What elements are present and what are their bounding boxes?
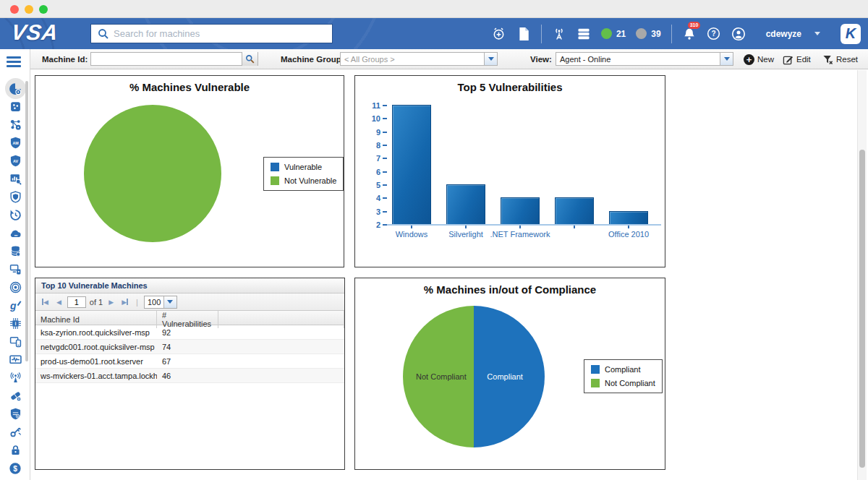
y-tick-label: 4 <box>365 194 380 202</box>
sidebar-item-discovery[interactable] <box>7 80 25 98</box>
document-icon[interactable] <box>516 27 531 41</box>
machine-group-dropdown[interactable]: < All Groups > <box>340 52 498 66</box>
bar-unlabeled[interactable] <box>555 197 594 224</box>
dropdown-button[interactable] <box>720 53 733 65</box>
compliance-pie-chart[interactable]: CompliantNot Compliant <box>403 306 545 447</box>
window-minimize-button[interactable] <box>25 5 33 14</box>
agents-online-status[interactable]: 21 <box>601 28 626 39</box>
machine-id-input[interactable] <box>91 53 242 65</box>
sidebar-item-data-backup[interactable] <box>7 242 25 260</box>
sidebar-item-security-lock[interactable] <box>7 441 25 459</box>
cell-machine-id: netvgdc001.root.quicksilver-msp <box>35 340 157 353</box>
table-pagination: ◀ ◀ of 1 ▶ ▶ | 100 <box>35 293 344 311</box>
bar-.NET Framework[interactable] <box>501 197 540 224</box>
page-number-input[interactable] <box>67 296 86 308</box>
sidebar-item-audit[interactable] <box>7 170 25 188</box>
menu-hamburger-icon[interactable] <box>7 56 21 69</box>
lock-icon <box>9 444 22 456</box>
reset-view-button[interactable]: Reset <box>822 49 858 69</box>
sidebar-item-monitoring[interactable] <box>7 351 25 369</box>
agents-offline-status[interactable]: 39 <box>636 28 660 39</box>
sidebar-item-anti-malware[interactable]: AM <box>7 134 25 152</box>
dropdown-button[interactable] <box>163 296 176 308</box>
history-restore-icon <box>9 209 22 221</box>
dropdown-button[interactable] <box>484 53 497 65</box>
sidebar-item-automation[interactable] <box>7 116 25 134</box>
chevron-down-icon <box>724 57 730 61</box>
kaseya-logo[interactable]: K <box>841 24 861 44</box>
machine-search-box[interactable] <box>90 24 333 43</box>
x-tick-mark <box>465 226 467 228</box>
sidebar-item-endpoint-security[interactable] <box>7 188 25 206</box>
svg-text:$: $ <box>13 464 17 472</box>
help-button[interactable]: ? <box>707 27 721 41</box>
machine-list-icon[interactable] <box>576 27 591 41</box>
filter-toolbar: Machine Id: Machine Group: < All Groups … <box>30 49 868 69</box>
bell-icon <box>683 27 696 40</box>
sidebar-item-compliance-radar[interactable] <box>7 278 25 296</box>
window-close-button[interactable] <box>10 5 19 14</box>
window-zoom-button[interactable] <box>39 5 48 14</box>
machine-id-search-button[interactable] <box>242 52 258 66</box>
sidebar-item-backup[interactable] <box>7 206 25 224</box>
edit-view-button[interactable]: Edit <box>783 49 811 69</box>
bar-Office 2010[interactable] <box>609 211 648 224</box>
sidebar-item-service-billing[interactable]: $ <box>7 459 25 477</box>
sidebar-item-password-key[interactable] <box>7 423 25 441</box>
page-size-select[interactable]: 100 <box>144 296 177 309</box>
username[interactable]: cdewyze <box>766 29 801 39</box>
user-menu-chevron-icon[interactable] <box>814 32 820 35</box>
x-tick-mark <box>411 226 412 228</box>
y-tick-mark <box>383 132 387 133</box>
online-count: 21 <box>616 29 626 39</box>
table-title: Top 10 Vulnerable Machines <box>35 278 344 293</box>
question-icon: ? <box>707 27 720 40</box>
x-axis-line <box>385 224 661 226</box>
prev-page-button[interactable]: ◀ <box>54 298 64 307</box>
sidebar-item-policy-management[interactable] <box>7 405 25 423</box>
person-icon <box>731 27 746 41</box>
table-row[interactable]: ksa-zyrion.root.quicksilver-msp92 <box>35 325 344 340</box>
shield-am-icon: AM <box>9 137 22 149</box>
bar-Windows[interactable] <box>392 105 431 224</box>
y-tick-label: 8 <box>365 141 380 150</box>
broadcast-status-icon[interactable] <box>552 27 566 41</box>
sidebar-item-asset-info[interactable]: i <box>7 314 25 333</box>
y-tick-label: 2 <box>365 220 380 229</box>
schedule-icon[interactable] <box>492 27 506 41</box>
pill-gear-icon <box>9 390 22 402</box>
sidebar-item-mobile-devices[interactable] <box>7 333 25 351</box>
sidebar-item-anti-virus[interactable]: AV <box>7 152 25 170</box>
sidebar-item-patch-management[interactable] <box>7 387 25 405</box>
sidebar-item-agent-modules[interactable] <box>7 98 25 116</box>
table-row[interactable]: ws-mvickers-01.acct.tampa.lockheed-m46 <box>35 369 344 383</box>
table-row[interactable]: netvgdc001.root.quicksilver-msp74 <box>35 340 344 354</box>
pie-slice-label: Not Compliant <box>416 372 467 381</box>
page-scrollbar[interactable] <box>857 70 867 480</box>
next-page-button[interactable]: ▶ <box>106 298 116 307</box>
sidebar-item-g-edit[interactable]: g <box>7 296 25 314</box>
sidebar-scrollbar[interactable] <box>25 81 28 361</box>
sidebar-item-network-monitor[interactable] <box>7 369 25 387</box>
first-page-button[interactable]: ◀ <box>40 298 51 307</box>
online-dot-icon <box>601 28 612 39</box>
table-row[interactable]: prod-us-demo01.root.kserver67 <box>35 354 344 369</box>
user-account-button[interactable] <box>731 27 746 41</box>
machine-id-field[interactable] <box>90 52 258 66</box>
last-page-button[interactable]: ▶ <box>119 298 130 307</box>
divider <box>671 25 672 43</box>
vulnerable-pie-chart[interactable] <box>84 105 221 242</box>
sidebar-item-desktop-management[interactable] <box>7 260 25 278</box>
search-input[interactable] <box>114 28 332 39</box>
notifications-button[interactable]: 310 <box>682 27 697 41</box>
page-scrollbar-thumb[interactable] <box>859 150 865 468</box>
top5-bar-chart[interactable]: 234567891011WindowsSilverlight.NET Frame… <box>388 106 655 225</box>
sidebar-item-cloud-backup[interactable] <box>7 224 25 242</box>
alarm-clock-icon <box>492 27 506 40</box>
view-dropdown[interactable]: Agent - Online <box>556 52 733 66</box>
bar-Silverlight[interactable] <box>446 184 485 224</box>
shield-gear-icon <box>9 408 22 420</box>
y-tick-label: 3 <box>365 207 380 216</box>
new-view-button[interactable]: + New <box>744 49 774 69</box>
laptop-phone-icon <box>9 335 22 348</box>
